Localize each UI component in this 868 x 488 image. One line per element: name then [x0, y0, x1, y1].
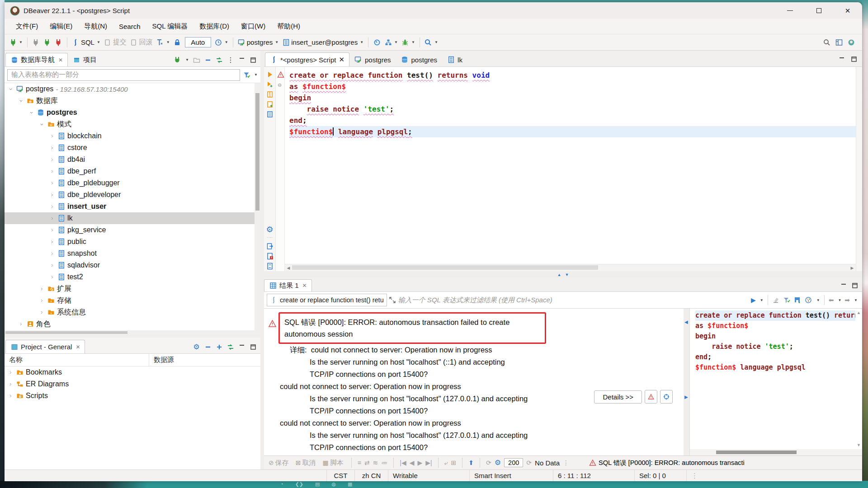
- fetch-page-icon[interactable]: ⤶: [444, 460, 448, 466]
- maximize-editor-icon[interactable]: [850, 55, 858, 63]
- prev-page-icon[interactable]: ◀: [410, 460, 415, 466]
- minimize-panel-icon[interactable]: [840, 282, 847, 289]
- erase-filter-icon[interactable]: [772, 296, 780, 304]
- export-result-icon[interactable]: [266, 242, 274, 250]
- first-page-icon[interactable]: |◀: [400, 460, 406, 466]
- chevron-right-icon[interactable]: [49, 228, 55, 232]
- chevron-down-icon[interactable]: [28, 111, 34, 115]
- menu-item[interactable]: 窗口(W): [236, 20, 270, 33]
- dbeaver-perspective-icon[interactable]: [847, 38, 855, 46]
- editor-tab[interactable]: postgres: [396, 52, 443, 66]
- navigator-horizontal-scrollbar[interactable]: [5, 330, 260, 335]
- tree-item[interactable]: postgres: [5, 107, 260, 118]
- tab-database-navigator[interactable]: 数据库导航 ✕: [5, 53, 68, 66]
- connect-button[interactable]: [30, 37, 42, 47]
- collapse-marker-icon[interactable]: ⊖: [278, 82, 282, 88]
- tree-item[interactable]: 模式: [5, 118, 260, 130]
- preview-code[interactable]: create or replace function test() return…: [690, 309, 855, 449]
- filters-menu-icon[interactable]: [783, 296, 791, 304]
- result-query-label[interactable]: create or replace function test() retu: [267, 294, 387, 306]
- chevron-right-icon[interactable]: [7, 382, 14, 386]
- chevron-right-icon[interactable]: [49, 134, 55, 138]
- doc-info-icon[interactable]: [266, 262, 274, 270]
- script-orange-icon[interactable]: [266, 90, 274, 98]
- chevron-right-icon[interactable]: [49, 275, 55, 279]
- schema-selector[interactable]: insert_user@postgres▼: [280, 37, 365, 47]
- delete-row-icon[interactable]: ≔: [381, 460, 387, 466]
- code-line[interactable]: begin: [289, 92, 856, 103]
- chevron-right-icon[interactable]: [38, 287, 45, 291]
- reconnect-button[interactable]: [42, 37, 53, 47]
- scroll-right-icon[interactable]: ▶: [849, 265, 856, 271]
- tree-item[interactable]: postgres - 192.168.57.130:15400: [5, 83, 260, 95]
- code-line[interactable]: as $function$: [695, 321, 855, 331]
- maximize-button[interactable]: [804, 2, 833, 19]
- column-name[interactable]: 名称: [5, 354, 149, 366]
- history-back-icon[interactable]: ⬅: [829, 297, 834, 303]
- disconnect-button[interactable]: [53, 37, 64, 47]
- chevron-right-icon[interactable]: [49, 181, 55, 185]
- export-icon[interactable]: ⬆: [468, 460, 474, 466]
- project-item[interactable]: ER Diagrams: [5, 378, 260, 390]
- tab-projects[interactable]: 项目: [68, 53, 102, 66]
- autocommit-combo[interactable]: Auto: [183, 36, 213, 49]
- maximize-panel-icon[interactable]: [249, 56, 257, 64]
- last-page-icon[interactable]: ▶|: [425, 460, 432, 466]
- project-item[interactable]: Bookmarks: [5, 366, 260, 378]
- error-dialog-warning-button[interactable]: [645, 390, 657, 404]
- menu-item[interactable]: 帮助(H): [272, 20, 305, 33]
- expand-filter-icon[interactable]: [389, 296, 396, 304]
- panels-icon[interactable]: [805, 296, 812, 304]
- chevron-right-icon[interactable]: [49, 146, 55, 150]
- results-vertical-splitter[interactable]: ◀ ▶: [684, 309, 689, 455]
- tree-item[interactable]: pkg_service: [5, 224, 260, 236]
- doc-error-icon[interactable]: [266, 252, 274, 260]
- close-tab-icon[interactable]: ✕: [339, 56, 344, 64]
- tree-item[interactable]: db4ai: [5, 154, 260, 165]
- gear-icon[interactable]: ⚙: [266, 225, 274, 233]
- collapse-left-icon[interactable]: ◀: [684, 319, 688, 324]
- transaction-log-button[interactable]: ▼: [155, 37, 172, 47]
- tree-item[interactable]: dbe_pldebugger: [5, 177, 260, 189]
- minimize-panel-icon[interactable]: [238, 56, 245, 64]
- fetch-size-input[interactable]: 200: [504, 458, 523, 467]
- results-filter-input[interactable]: 输入一个 SQL 表达式来过滤结果 (使用 Ctrl+Space): [398, 296, 749, 305]
- code-line[interactable]: raise notice 'test';: [695, 342, 855, 352]
- editor-tab[interactable]: lk: [442, 52, 467, 66]
- commit-button[interactable]: 提交: [102, 37, 128, 48]
- editor-results-splitter[interactable]: ▲▼: [264, 271, 862, 278]
- chevron-right-icon[interactable]: [49, 263, 55, 267]
- close-tab-icon[interactable]: ✕: [302, 282, 307, 289]
- gear-icon[interactable]: ⚙: [495, 459, 501, 466]
- code-line[interactable]: $function$ language plpgsql: [695, 362, 855, 373]
- tree-item[interactable]: test2: [5, 271, 260, 283]
- new-connection-icon[interactable]: [173, 56, 181, 64]
- code-line[interactable]: raise notice 'test';: [289, 103, 856, 115]
- gear-icon[interactable]: ⚙: [193, 343, 200, 351]
- new-connection-button[interactable]: ▼: [7, 37, 24, 47]
- view-menu-icon[interactable]: [226, 56, 234, 64]
- tree-item[interactable]: dbe_pldeveloper: [5, 189, 260, 201]
- close-tab-icon[interactable]: ✕: [58, 57, 63, 63]
- collapse-all-icon[interactable]: [204, 56, 212, 64]
- cancel-result-button[interactable]: ⊠取消: [294, 457, 318, 469]
- chevron-right-icon[interactable]: [38, 310, 45, 314]
- chevron-down-icon[interactable]: [7, 87, 14, 91]
- save-result-button[interactable]: ⊘保存: [267, 457, 291, 469]
- refresh-disabled-icon[interactable]: ⟳: [486, 460, 491, 466]
- editor-code[interactable]: create or replace function test() return…: [285, 67, 856, 264]
- apply-filter-icon[interactable]: ▶: [751, 297, 756, 303]
- menu-item[interactable]: SQL 编辑器: [147, 20, 193, 33]
- maximize-panel-icon[interactable]: [249, 343, 257, 351]
- menu-item[interactable]: 编辑(E): [45, 20, 77, 33]
- editor-overview-ruler[interactable]: [856, 67, 862, 271]
- minimize-editor-icon[interactable]: [838, 55, 845, 63]
- grid-mode-icon[interactable]: ≡: [358, 460, 361, 466]
- tree-item[interactable]: dbe_perf: [5, 165, 260, 177]
- script-result-button[interactable]: ▦脚本: [321, 457, 345, 469]
- quick-search-icon[interactable]: [823, 38, 830, 46]
- fetch-all-icon[interactable]: ⊞: [451, 460, 457, 466]
- tree-item[interactable]: lk: [5, 212, 260, 224]
- copy-row-icon[interactable]: ≋: [373, 460, 378, 466]
- error-target-button[interactable]: [660, 390, 673, 404]
